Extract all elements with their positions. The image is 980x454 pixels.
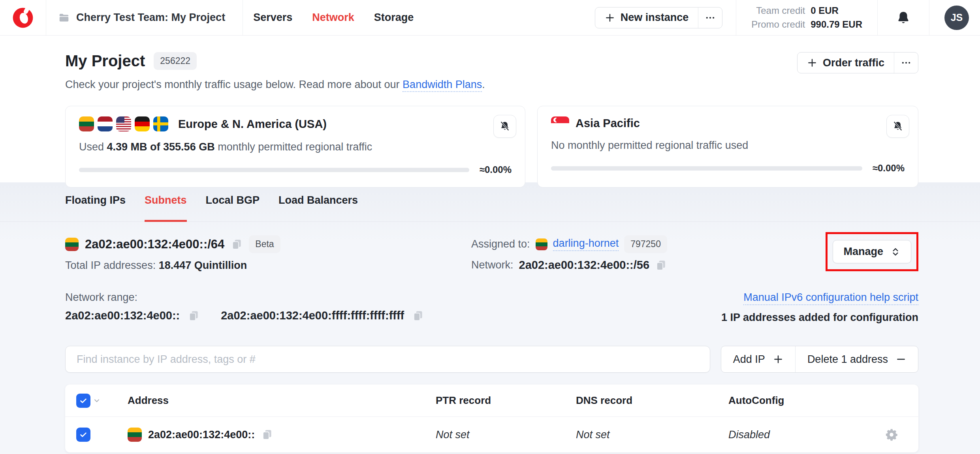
- plus-icon: [807, 58, 817, 68]
- new-instance-more-button[interactable]: [698, 8, 722, 28]
- order-traffic-label: Order traffic: [823, 57, 884, 69]
- copy-icon[interactable]: [231, 238, 243, 250]
- search-input[interactable]: [65, 346, 710, 373]
- order-traffic-split-button: Order traffic: [797, 52, 918, 73]
- network-value: 2a02:ae00:132:4e00::/56: [519, 259, 650, 272]
- tab-load-balancers[interactable]: Load Balancers: [278, 194, 358, 222]
- gear-icon: [885, 428, 898, 441]
- delete-address-button[interactable]: Delete 1 address: [795, 346, 918, 372]
- copy-icon[interactable]: [412, 310, 424, 322]
- copy-icon[interactable]: [188, 310, 199, 322]
- new-instance-button[interactable]: New instance: [595, 8, 698, 28]
- copy-icon[interactable]: [261, 429, 273, 441]
- promo-credit-value: 990.79 EUR: [811, 19, 862, 30]
- annotation-highlight-box: Manage: [826, 232, 918, 271]
- description-text: Check your project's monthly traffic usa…: [65, 79, 403, 90]
- usage-text: No monthly permitted regional traffic us…: [551, 139, 905, 152]
- chevron-up-down-icon: [890, 247, 901, 257]
- add-ip-button[interactable]: Add IP: [721, 346, 795, 372]
- header-autoconfig: AutoConfig: [728, 394, 885, 407]
- mute-notifications-button[interactable]: [886, 115, 909, 138]
- network-label: Network:: [471, 259, 514, 271]
- bell-slash-icon: [499, 120, 511, 132]
- team-credit-value: 0 EUR: [811, 5, 862, 16]
- minus-icon: [896, 354, 906, 364]
- promo-credit-label: Promo credit: [751, 19, 805, 30]
- notifications-button[interactable]: [878, 10, 929, 25]
- manage-dropdown-button[interactable]: Manage: [833, 240, 911, 263]
- copy-icon[interactable]: [655, 259, 667, 271]
- usage-suffix: monthly permitted regional traffic: [215, 141, 372, 153]
- nav-link-network[interactable]: Network: [312, 11, 354, 24]
- flag-lithuania-icon: [128, 428, 142, 442]
- row-checkbox[interactable]: [76, 428, 90, 442]
- nav-link-storage[interactable]: Storage: [374, 11, 414, 24]
- table-row: 2a02:ae00:132:4e00:: Not set Not set Dis…: [65, 417, 918, 452]
- usage-text: Used 4.39 MB of 355.56 GB monthly permit…: [79, 141, 512, 153]
- total-ip-line: Total IP addresses: 18.447 Quintillion: [65, 259, 471, 272]
- cherry-logo[interactable]: [0, 0, 46, 35]
- header-address: Address: [128, 394, 436, 407]
- flag-netherlands-icon: [98, 116, 113, 131]
- main-nav: Servers Network Storage: [253, 11, 414, 24]
- traffic-card-asia: Asia Pacific No monthly permitted region…: [537, 106, 918, 188]
- bell-slash-icon: [892, 120, 904, 132]
- row-dns-record: Not set: [576, 429, 728, 441]
- network-range-label: Network range:: [65, 291, 424, 304]
- network-tabs: Floating IPs Subnets Local BGP Load Bala…: [0, 182, 980, 222]
- navbar-divider: [243, 0, 243, 35]
- add-ip-label: Add IP: [733, 353, 765, 366]
- team-project-selector[interactable]: Cherry Test Team: My Project: [46, 0, 243, 35]
- project-traffic-section: My Project 256222 Check your project's m…: [0, 36, 980, 182]
- description-period: .: [482, 79, 485, 90]
- assigned-server-link[interactable]: darling-hornet: [553, 237, 619, 251]
- order-traffic-button[interactable]: Order traffic: [798, 53, 894, 73]
- nav-link-servers[interactable]: Servers: [253, 11, 292, 24]
- flag-lithuania-icon: [65, 238, 79, 251]
- traffic-card-europe: Europe & N. America (USA) Used 4.39 MB o…: [65, 106, 525, 188]
- top-navbar: Cherry Test Team: My Project Servers Net…: [0, 0, 980, 36]
- tab-floating-ips[interactable]: Floating IPs: [65, 194, 126, 222]
- bandwidth-plans-link[interactable]: Bandwidth Plans: [403, 79, 482, 92]
- total-ip-label: Total IP addresses:: [65, 259, 159, 271]
- beta-badge: Beta: [249, 235, 280, 253]
- ipv6-help-script-link[interactable]: Manual IPv6 configuration help script: [743, 291, 918, 305]
- ip-addresses-table: Address PTR record DNS record AutoConfig…: [65, 385, 918, 452]
- navbar-right: New instance Team credit 0 EUR Promo cre…: [595, 0, 980, 35]
- subnet-summary: 2a02:ae00:132:4e00::/64 Beta Total IP ad…: [0, 235, 980, 272]
- page-title: My Project: [65, 52, 145, 70]
- new-instance-split-button: New instance: [595, 7, 723, 28]
- order-traffic-more-button[interactable]: [894, 53, 918, 73]
- subnet-cidr: 2a02:ae00:132:4e00::/64: [85, 237, 224, 251]
- header-ptr-record: PTR record: [436, 394, 576, 407]
- user-avatar[interactable]: JS: [944, 6, 969, 30]
- assigned-to-label: Assigned to:: [471, 238, 530, 250]
- tab-subnets[interactable]: Subnets: [145, 194, 187, 222]
- project-description: Check your project's monthly traffic usa…: [65, 79, 485, 91]
- plus-icon: [773, 354, 783, 364]
- flag-sweden-icon: [153, 116, 168, 131]
- header-dns-record: DNS record: [576, 394, 728, 407]
- traffic-percent: ≈0.00%: [480, 164, 512, 175]
- manage-label: Manage: [843, 246, 883, 258]
- credits-summary: Team credit 0 EUR Promo credit 990.79 EU…: [736, 5, 877, 30]
- chevron-down-icon[interactable]: [93, 397, 101, 405]
- traffic-progress-bar: [551, 166, 862, 171]
- region-title: Europe & N. America (USA): [178, 118, 327, 131]
- total-ip-value: 18.447 Quintillion: [159, 259, 247, 271]
- mute-notifications-button[interactable]: [493, 115, 516, 138]
- bell-icon: [896, 10, 911, 25]
- table-header-row: Address PTR record DNS record AutoConfig: [65, 385, 918, 417]
- tab-local-bgp[interactable]: Local BGP: [206, 194, 260, 222]
- config-note: 1 IP addresses added for configuration: [721, 311, 918, 324]
- flag-singapore-icon: [551, 116, 569, 130]
- ellipsis-icon: [705, 12, 716, 23]
- row-settings-button[interactable]: [885, 428, 918, 441]
- flag-lithuania-icon: [79, 116, 94, 131]
- flag-germany-icon: [135, 116, 150, 131]
- select-all-checkbox[interactable]: [76, 394, 90, 408]
- usage-prefix: Used: [79, 141, 107, 153]
- flag-usa-icon: [116, 116, 131, 131]
- team-credit-label: Team credit: [751, 5, 805, 16]
- network-section: Floating IPs Subnets Local BGP Load Bala…: [0, 182, 980, 454]
